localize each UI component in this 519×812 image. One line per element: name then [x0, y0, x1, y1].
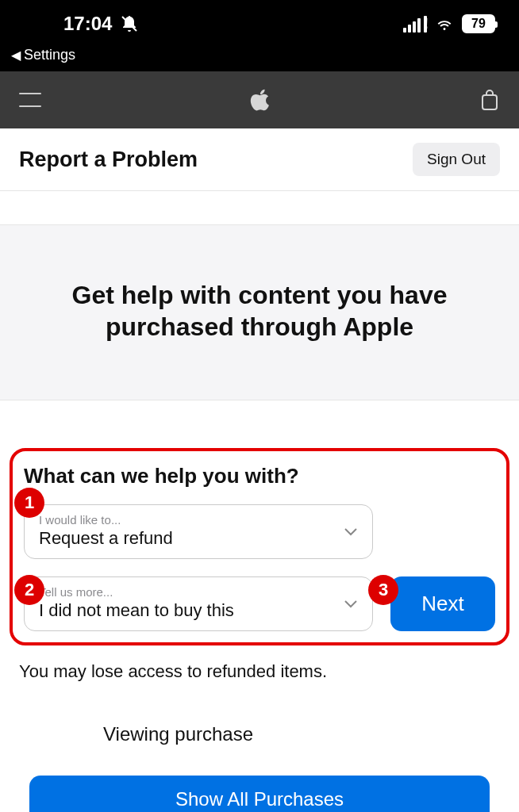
menu-icon[interactable] [19, 93, 41, 107]
hero-heading: Get help with content you have purchased… [32, 279, 487, 343]
page-header: Report a Problem Sign Out [0, 128, 519, 191]
battery-indicator: 79 [462, 14, 495, 33]
page-title: Report a Problem [19, 147, 198, 172]
reason-value: I did not mean to buy this [39, 600, 333, 621]
help-form-annotated: 1 2 3 What can we help you with? I would… [10, 448, 509, 645]
hero-banner: Get help with content you have purchased… [0, 224, 519, 400]
cellular-signal-icon: ! [403, 16, 427, 33]
shopping-bag-icon[interactable] [479, 89, 500, 111]
viewing-purchase-label: Viewing purchase [103, 723, 519, 745]
reason-select[interactable]: Tell us more... I did not mean to buy th… [24, 576, 373, 631]
battery-percent: 79 [471, 17, 486, 31]
status-time: 17:04 [63, 13, 112, 35]
annotation-marker-1: 1 [14, 488, 44, 518]
apple-global-nav [0, 71, 519, 128]
notifications-muted-icon [120, 14, 139, 33]
chevron-left-icon: ◀ [11, 48, 21, 63]
form-heading: What can we help you with? [24, 464, 495, 488]
back-label: Settings [24, 47, 75, 63]
status-time-group: 17:04 [63, 13, 139, 35]
request-type-select[interactable]: I would like to... Request a refund [24, 504, 373, 559]
wifi-icon [435, 14, 454, 33]
chevron-down-icon [344, 527, 358, 537]
annotation-marker-2: 2 [14, 575, 44, 605]
show-all-purchases-button[interactable]: Show All Purchases [29, 776, 490, 812]
refund-warning-text: You may lose access to refunded items. [19, 661, 500, 682]
request-type-label: I would like to... [39, 513, 333, 527]
request-type-value: Request a refund [39, 528, 333, 549]
chevron-down-icon [344, 599, 358, 609]
annotation-marker-3: 3 [368, 575, 398, 605]
ios-status-bar: 17:04 ! 79 ◀ Settings [0, 0, 519, 71]
status-right-group: ! 79 [403, 14, 495, 33]
reason-label: Tell us more... [39, 585, 333, 599]
svg-rect-1 [482, 95, 497, 109]
sign-out-button[interactable]: Sign Out [413, 143, 500, 176]
back-to-settings-link[interactable]: ◀ Settings [11, 47, 75, 63]
apple-logo-icon[interactable] [249, 87, 271, 113]
next-button[interactable]: Next [390, 576, 495, 631]
